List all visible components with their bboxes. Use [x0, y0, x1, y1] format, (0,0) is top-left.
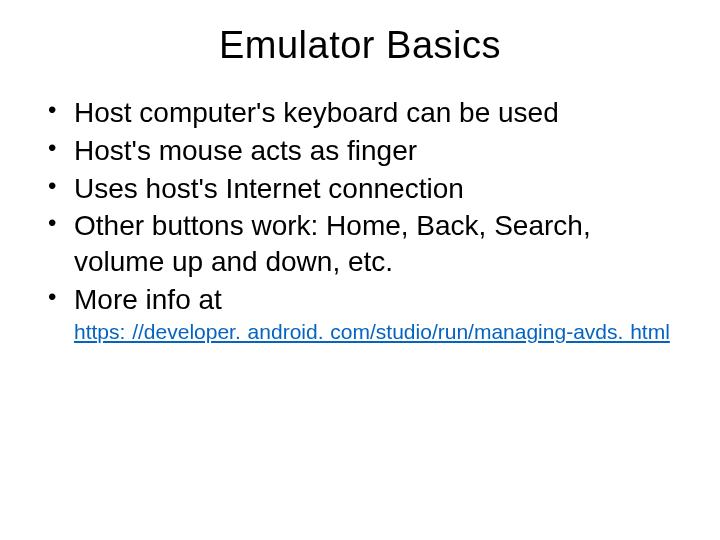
reference-link[interactable]: https: //developer. android. com/studio/… — [36, 320, 684, 344]
list-item: Other buttons work: Home, Back, Search, … — [48, 208, 684, 280]
list-item: Host computer's keyboard can be used — [48, 95, 684, 131]
list-item: Host's mouse acts as finger — [48, 133, 684, 169]
bullet-list: Host computer's keyboard can be used Hos… — [36, 95, 684, 318]
slide-title: Emulator Basics — [36, 24, 684, 67]
list-item: Uses host's Internet connection — [48, 171, 684, 207]
list-item: More info at — [48, 282, 684, 318]
